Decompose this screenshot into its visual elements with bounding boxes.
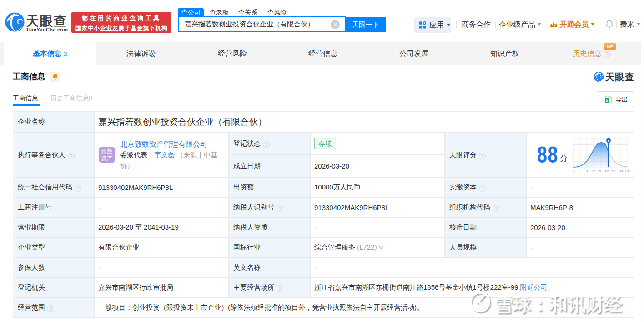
svg-text:3: 3 (586, 169, 588, 173)
svg-text:99: 99 (619, 169, 623, 173)
svg-text:85: 85 (605, 169, 609, 173)
svg-text:100: 100 (625, 169, 631, 173)
svg-text:0: 0 (573, 169, 574, 173)
svg-text:50: 50 (599, 169, 602, 173)
svg-text:97: 97 (612, 169, 616, 173)
svg-text:1: 1 (579, 169, 581, 173)
svg-text:15: 15 (592, 169, 595, 173)
